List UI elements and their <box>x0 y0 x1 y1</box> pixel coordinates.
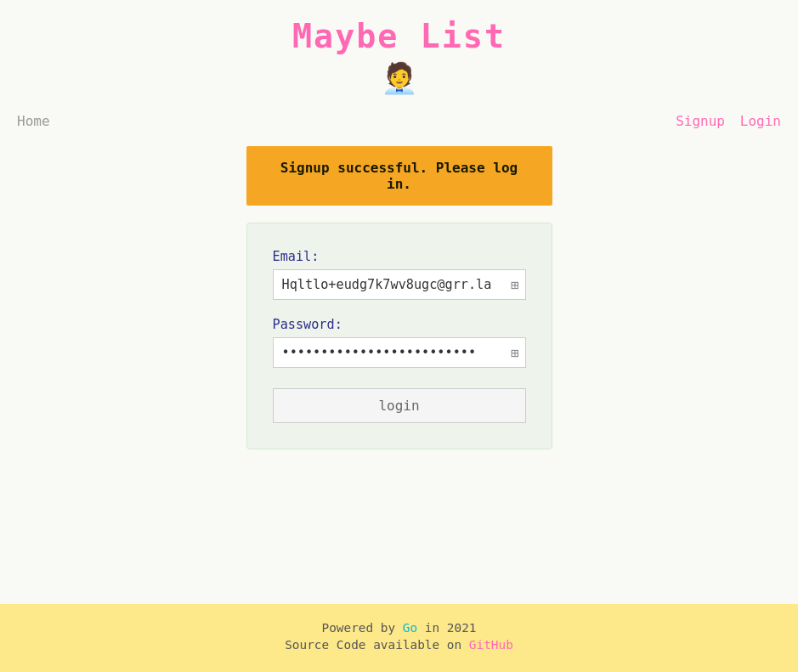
powered-by-prefix: Powered by <box>322 621 403 635</box>
login-card: Email: ⊞ Password: ⊞ login <box>246 223 552 449</box>
footer-powered-by: Powered by Go in 2021 <box>17 621 781 635</box>
source-code-prefix: Source Code available on <box>285 638 469 652</box>
login-button[interactable]: login <box>273 388 526 423</box>
nav-login-link[interactable]: Login <box>740 113 781 129</box>
nav-left: Home <box>17 113 50 129</box>
success-banner: Signup successful. Please log in. <box>246 146 552 206</box>
success-message: Signup successful. Please log in. <box>280 160 518 192</box>
app-title: Maybe List <box>292 17 506 55</box>
password-input[interactable] <box>273 337 526 368</box>
footer-go-link[interactable]: Go <box>403 621 417 635</box>
password-copy-icon[interactable]: ⊞ <box>511 345 519 361</box>
navbar: Home Signup Login <box>0 104 798 138</box>
nav-home-link[interactable]: Home <box>17 113 50 129</box>
password-input-wrapper: ⊞ <box>273 337 526 368</box>
email-input-wrapper: ⊞ <box>273 269 526 300</box>
password-form-group: Password: ⊞ <box>273 317 526 368</box>
password-label: Password: <box>273 317 526 332</box>
powered-by-suffix: in 2021 <box>417 621 476 635</box>
email-label: Email: <box>273 249 526 264</box>
header: Maybe List 🧑‍💼 <box>0 0 798 104</box>
mascot-icon: 🧑‍💼 <box>381 60 418 96</box>
email-input[interactable] <box>273 269 526 300</box>
nav-signup-link[interactable]: Signup <box>676 113 725 129</box>
email-form-group: Email: ⊞ <box>273 249 526 300</box>
footer-source-code: Source Code available on GitHub <box>17 638 781 652</box>
nav-right: Signup Login <box>667 113 781 129</box>
email-copy-icon[interactable]: ⊞ <box>511 277 519 293</box>
footer-github-link[interactable]: GitHub <box>469 638 513 652</box>
footer: Powered by Go in 2021 Source Code availa… <box>0 604 798 672</box>
